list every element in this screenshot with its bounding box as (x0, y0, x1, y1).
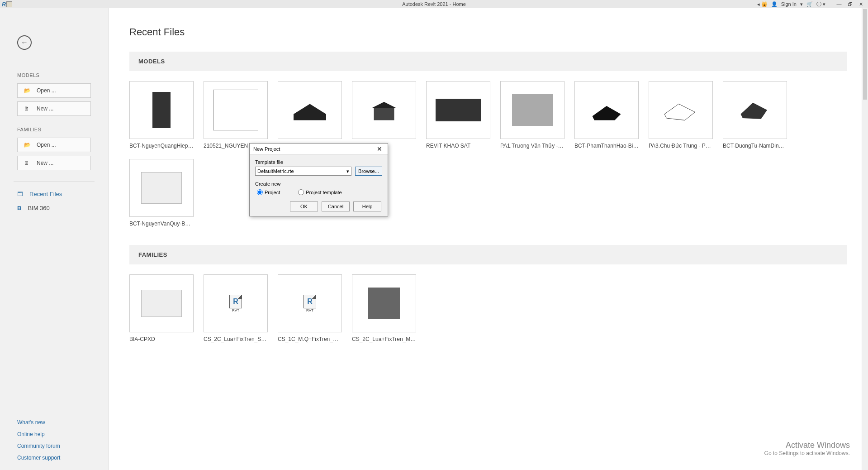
models-open-button[interactable]: 📂Open ... (17, 83, 91, 98)
models-section-header: MODELS (129, 52, 847, 71)
model-card[interactable]: PA1.Trương Văn Thủy - H... (500, 81, 564, 149)
model-card[interactable]: BCT-DuongTu-NamDinh- ... (723, 81, 787, 149)
model-card[interactable]: BCT-NguyenQuangHiep-... (129, 81, 194, 149)
back-button[interactable] (17, 35, 32, 50)
model-card[interactable]: REVIT KHAO SAT (426, 81, 490, 149)
page-title: Recent Files (129, 26, 847, 38)
main-layout: MODELS 📂Open ... 🗎New ... FAMILIES 📂Open… (0, 8, 868, 470)
whats-new-link[interactable]: What's new (17, 419, 108, 426)
calendar-icon[interactable] (6, 1, 12, 7)
titlebar-right: ◂ 🙀 👤 Sign In ▾ 🛒 ⓘ ▾ — 🗗 ✕ (757, 1, 866, 8)
dialog-titlebar[interactable]: New Project ✕ (250, 144, 388, 155)
families-section-header: FAMILIES (129, 245, 847, 264)
sidebar-divider (14, 181, 95, 182)
model-card[interactable]: PA3.Chu Đức Trung - Phú ... (649, 81, 713, 149)
models-label: MODELS (17, 72, 108, 78)
template-file-select[interactable]: DefaultMetric.rte ▾ (255, 167, 351, 176)
model-card[interactable]: BCT-NguyenVanQuy-BRV... (129, 159, 194, 227)
folder-open-icon: 📂 (24, 142, 30, 148)
family-card[interactable]: CS_2C_Lua+FixTren_M01 (352, 274, 416, 342)
dialog-close-icon[interactable]: ✕ (375, 145, 384, 153)
title-bar: R Autodesk Revit 2021 - Home ◂ 🙀 👤 Sign … (0, 0, 868, 8)
activate-windows-watermark: Activate Windows Go to Settings to activ… (764, 441, 850, 456)
file-new-icon: 🗎 (24, 106, 30, 112)
community-forum-link[interactable]: Community forum (17, 443, 108, 449)
recent-icon: 🗔 (17, 191, 23, 197)
user-icon[interactable]: 👤 (771, 1, 778, 7)
footer-links: What's new Online help Community forum C… (0, 419, 108, 461)
svg-rect-1 (374, 108, 394, 120)
family-card[interactable]: RRVTCS_1C_M.Q+FixTren_He55 (278, 274, 342, 342)
project-template-radio[interactable]: Project template (298, 189, 342, 195)
family-card[interactable]: BIA-CPXD (129, 274, 194, 342)
ok-button[interactable]: OK (290, 201, 318, 211)
project-radio[interactable]: Project (257, 189, 280, 195)
help-icon[interactable]: ⓘ ▾ (816, 1, 825, 8)
help-button[interactable]: Help (353, 201, 381, 211)
file-new-icon: 🗎 (24, 160, 30, 166)
cart-icon[interactable]: 🛒 (806, 1, 813, 7)
svg-marker-0 (294, 104, 326, 120)
folder-open-icon: 📂 (24, 87, 30, 94)
recent-files-nav[interactable]: 🗔Recent Files (0, 187, 108, 201)
families-new-button[interactable]: 🗎New ... (17, 156, 91, 170)
customer-support-link[interactable]: Customer support (17, 455, 108, 461)
scrollbar[interactable] (862, 8, 868, 470)
content-area: Recent Files MODELS BCT-NguyenQuangHiep-… (109, 8, 868, 470)
minimize-button[interactable]: — (834, 1, 844, 7)
app-logo: R (2, 1, 5, 8)
sidebar: MODELS 📂Open ... 🗎New ... FAMILIES 📂Open… (0, 8, 109, 470)
svg-marker-4 (664, 104, 695, 120)
model-card[interactable]: ...nThuy-Hun... (352, 81, 416, 149)
families-grid: BIA-CPXD RRVTCS_2C_Lua+FixTren_SC95 RRVT… (129, 274, 847, 342)
dialog-title: New Project (253, 146, 280, 152)
svg-marker-5 (741, 103, 768, 119)
sign-in[interactable]: Sign In (781, 1, 797, 7)
restore-button[interactable]: 🗗 (844, 1, 855, 7)
chevron-down-icon: ▾ (346, 168, 349, 174)
families-open-button[interactable]: 📂Open ... (17, 138, 91, 152)
create-new-label: Create new (255, 181, 382, 187)
model-card[interactable]: 210521_NGUYEN (204, 81, 268, 149)
template-file-label: Template file (255, 159, 382, 165)
autodesk-icon[interactable]: ◂ 🙀 (757, 1, 768, 7)
browse-button[interactable]: Browse... (355, 167, 382, 176)
svg-marker-2 (372, 102, 396, 108)
bim360-nav[interactable]: BBIM 360 (0, 201, 108, 215)
window-title: Autodesk Revit 2021 - Home (402, 1, 466, 7)
close-button[interactable]: ✕ (855, 1, 866, 7)
model-card[interactable]: BCT-PhamThanhHao-Bin... (574, 81, 639, 149)
cancel-button[interactable]: Cancel (322, 201, 350, 211)
new-project-dialog: New Project ✕ Template file DefaultMetri… (249, 143, 388, 216)
models-new-button[interactable]: 🗎New ... (17, 101, 91, 116)
family-card[interactable]: RRVTCS_2C_Lua+FixTren_SC95 (204, 274, 268, 342)
sign-in-chevron-icon[interactable]: ▾ (800, 1, 803, 7)
models-grid: BCT-NguyenQuangHiep-... 210521_NGUYEN ..… (129, 81, 847, 227)
model-card[interactable] (278, 81, 342, 149)
bim360-icon: B (17, 205, 21, 211)
svg-marker-3 (593, 106, 621, 120)
families-label: FAMILIES (17, 127, 108, 132)
online-help-link[interactable]: Online help (17, 431, 108, 437)
